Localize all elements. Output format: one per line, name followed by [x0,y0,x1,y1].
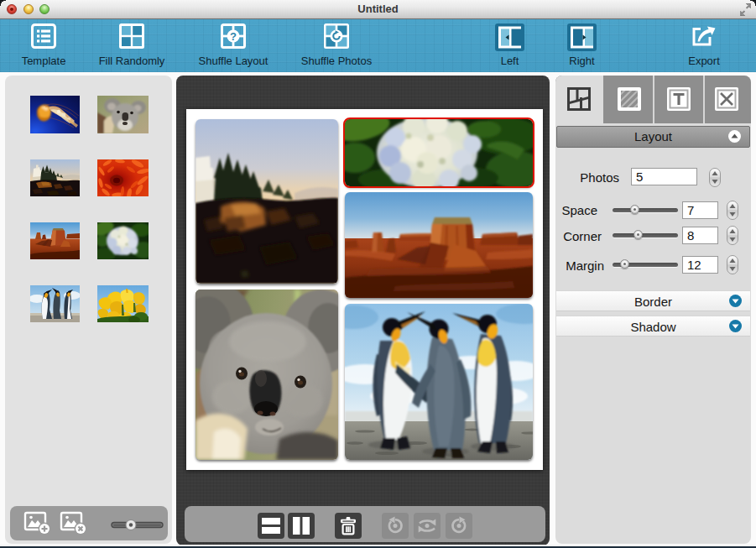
svg-text:?: ? [230,30,237,43]
